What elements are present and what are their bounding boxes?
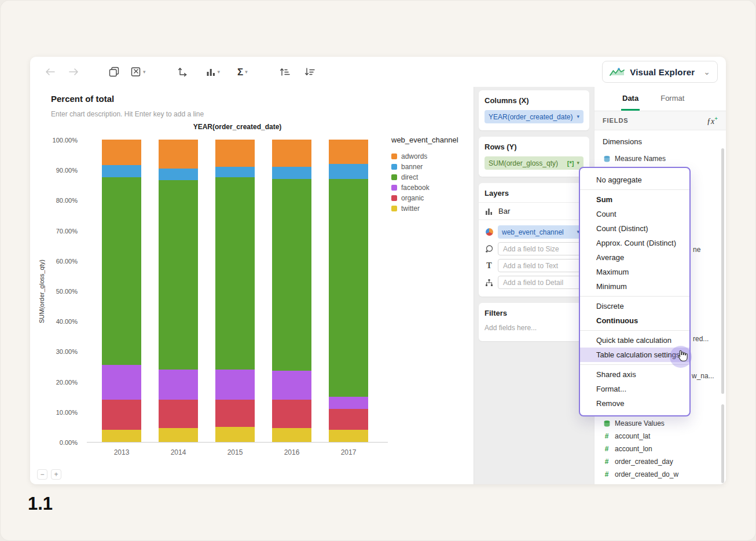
- add-calculated-field-button[interactable]: ƒx+: [707, 115, 718, 126]
- bar-segment-facebook[interactable]: [272, 371, 311, 400]
- remove-chart-button[interactable]: ▾: [129, 64, 148, 79]
- bar-segment-banner[interactable]: [102, 165, 141, 177]
- bar-segment-organic[interactable]: [159, 400, 198, 429]
- field-item-measure-names[interactable]: Measure Names: [603, 152, 718, 165]
- bar-segment-organic[interactable]: [215, 400, 255, 427]
- field-label: order_created_day: [615, 458, 673, 466]
- bar-segment-direct[interactable]: [329, 179, 368, 397]
- bar-segment-direct[interactable]: [272, 179, 311, 371]
- size-drop-target[interactable]: Add a field to Size: [498, 242, 583, 255]
- legend-item-organic[interactable]: organic: [391, 193, 474, 203]
- stacked-bar-2013: [102, 140, 141, 442]
- duplicate-chart-button[interactable]: [107, 64, 122, 79]
- bar-segment-organic[interactable]: [272, 400, 311, 429]
- y-tick-label: 60.00%: [56, 258, 78, 265]
- bar-segment-organic[interactable]: [102, 400, 141, 430]
- screenshot-frame: ▾ ▾ Σ ▾ Visual Explorer ⌄: [0, 0, 756, 541]
- bar-segment-facebook[interactable]: [159, 370, 198, 400]
- menu-item-continuous[interactable]: Continuous: [580, 313, 689, 328]
- bar-segment-twitter[interactable]: [215, 427, 255, 442]
- bar-segment-organic[interactable]: [329, 409, 368, 430]
- layers-shelf-label: Layers: [479, 183, 589, 202]
- legend-swatch: [391, 164, 397, 170]
- chart-description-placeholder[interactable]: Enter chart description. Hit Enter key t…: [51, 110, 204, 118]
- mark-type-label: Bar: [498, 207, 510, 215]
- field-item-account-lon[interactable]: #account_lon: [603, 443, 720, 455]
- chevron-down-icon: ▾: [218, 70, 221, 75]
- field-item-order-created-day[interactable]: #order_created_day: [603, 455, 720, 468]
- color-field-pill[interactable]: web_event_channel ▾: [498, 225, 583, 239]
- bar-segment-direct[interactable]: [215, 177, 255, 369]
- legend-item-direct[interactable]: direct: [391, 172, 474, 182]
- legend-item-banner[interactable]: banner: [391, 162, 474, 172]
- bar-segment-banner[interactable]: [329, 164, 368, 179]
- fields-scrollbar[interactable]: [721, 148, 724, 394]
- menu-item-count-distinct[interactable]: Count (Distinct): [580, 221, 689, 236]
- field-item-measure-values[interactable]: Measure Values: [603, 417, 720, 430]
- swap-axes-button[interactable]: [175, 64, 190, 79]
- menu-item-remove[interactable]: Remove: [580, 396, 689, 411]
- bar-segment-facebook[interactable]: [215, 370, 255, 400]
- filters-drop-target[interactable]: Add fields here...: [485, 323, 583, 334]
- menu-item-format[interactable]: Format...: [580, 382, 689, 396]
- field-item-account-lat[interactable]: #account_lat: [603, 430, 720, 443]
- menu-item-average[interactable]: Average: [580, 250, 689, 265]
- bar-segment-facebook[interactable]: [329, 397, 368, 409]
- legend-item-twitter[interactable]: twitter: [391, 203, 474, 214]
- legend-item-facebook[interactable]: facebook: [391, 182, 474, 193]
- undo-button[interactable]: [42, 65, 58, 79]
- text-drop-target[interactable]: Add a field to Text: [498, 259, 583, 272]
- sort-descending-button[interactable]: [302, 65, 317, 79]
- menu-item-sum[interactable]: Sum: [580, 192, 689, 207]
- bar-segment-twitter[interactable]: [159, 428, 198, 441]
- legend-label: adwords: [401, 152, 427, 160]
- bar-segment-facebook[interactable]: [102, 365, 141, 400]
- rows-field-pill[interactable]: SUM(order_gloss_qty) [*] ▾: [485, 156, 583, 170]
- zoom-out-button[interactable]: −: [37, 469, 47, 480]
- bar-segment-twitter[interactable]: [329, 430, 368, 442]
- field-item-order-created-do-w[interactable]: #order_created_do_w: [603, 468, 720, 481]
- bar-segment-banner[interactable]: [272, 167, 311, 179]
- bar-segment-banner[interactable]: [215, 167, 255, 177]
- brand-selector[interactable]: Visual Explorer ⌄: [602, 61, 718, 83]
- bar-segment-adwords[interactable]: [159, 140, 198, 169]
- legend-swatch: [391, 174, 397, 180]
- mark-type-row[interactable]: Bar: [479, 202, 589, 220]
- chart-title[interactable]: Percent of total: [51, 94, 114, 104]
- bar-segment-adwords[interactable]: [272, 140, 311, 167]
- y-tick-label: 20.00%: [56, 379, 78, 386]
- bar-segment-direct[interactable]: [159, 180, 198, 369]
- bar-segment-twitter[interactable]: [102, 430, 141, 442]
- field-fragment[interactable]: red...: [693, 335, 709, 343]
- field-fragment[interactable]: w_na...: [692, 372, 714, 380]
- redo-button[interactable]: [66, 65, 82, 79]
- menu-item-quick-table-calculation[interactable]: Quick table calculation: [580, 333, 689, 348]
- menu-item-approx-count-distinct[interactable]: Approx. Count (Distinct): [580, 236, 689, 250]
- tab-data[interactable]: Data: [621, 87, 640, 111]
- chart-type-button[interactable]: ▾: [204, 65, 223, 79]
- bar-segment-banner[interactable]: [159, 169, 198, 181]
- columns-field-pill[interactable]: YEAR(order_created_date) ▾: [485, 110, 583, 123]
- bar-segment-direct[interactable]: [102, 177, 141, 365]
- bar-segment-twitter[interactable]: [272, 428, 311, 441]
- field-label: order_created_do_w: [615, 470, 678, 478]
- bar-segment-adwords[interactable]: [102, 140, 141, 165]
- aggregate-button[interactable]: Σ ▾: [235, 65, 250, 79]
- menu-item-discrete[interactable]: Discrete: [580, 299, 689, 313]
- bar-segment-adwords[interactable]: [329, 140, 368, 164]
- menu-item-no-aggregate[interactable]: No aggregate: [580, 173, 689, 187]
- bar-segment-adwords[interactable]: [215, 140, 255, 167]
- legend-item-adwords[interactable]: adwords: [391, 151, 474, 162]
- menu-item-count[interactable]: Count: [580, 207, 689, 221]
- sort-ascending-button[interactable]: [277, 65, 292, 79]
- tab-format[interactable]: Format: [659, 87, 685, 111]
- zoom-in-button[interactable]: +: [51, 469, 61, 480]
- stacked-bar-2017: [329, 140, 368, 442]
- measures-scrollbar[interactable]: [721, 404, 724, 483]
- menu-item-maximum[interactable]: Maximum: [580, 265, 689, 279]
- field-fragment[interactable]: ne: [693, 246, 700, 254]
- detail-drop-target[interactable]: Add a field to Detail: [498, 276, 583, 289]
- measure-names-icon: [603, 155, 611, 163]
- menu-item-minimum[interactable]: Minimum: [580, 279, 689, 294]
- menu-item-shared-axis[interactable]: Shared axis: [580, 367, 689, 382]
